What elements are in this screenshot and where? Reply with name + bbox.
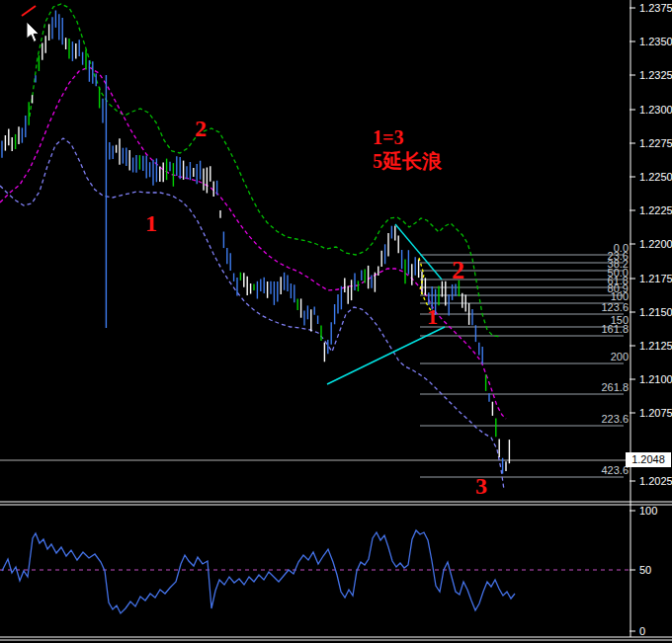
price-axis-label[interactable]: 1.2350: [639, 36, 672, 47]
chart-canvas[interactable]: 0.023.638.250.061.880.9100123.6150161.82…: [0, 0, 672, 643]
price-axis-label[interactable]: 1.2275: [639, 137, 672, 149]
wave-label-2-right: 2: [452, 258, 464, 283]
price-axis-label[interactable]: 1.2200: [639, 238, 672, 250]
red-trendline-mark[interactable]: [22, 6, 36, 16]
fib-level-label: 223.6: [601, 413, 629, 425]
wave-label-1-right: 1: [427, 306, 438, 328]
price-axis-label[interactable]: 1.2175: [639, 273, 672, 284]
note-wave5-extended: 5延长浪: [373, 151, 442, 171]
price-bars: [2, 11, 509, 474]
wave-label-2-left: 2: [195, 117, 207, 140]
current-price-value: 1.2048: [631, 453, 665, 465]
price-axis-label[interactable]: 1.2100: [639, 373, 672, 385]
price-axis-label[interactable]: 1.2250: [639, 171, 672, 183]
price-axis-label[interactable]: 1.2375: [639, 2, 672, 14]
indicator-axis-label[interactable]: 100: [639, 505, 657, 517]
price-axis-label[interactable]: 1.2150: [639, 306, 672, 318]
price-axis-label[interactable]: 1.2075: [639, 407, 672, 419]
indicator-axis-label[interactable]: 0: [639, 625, 645, 637]
fib-level-label: 161.8: [601, 323, 629, 335]
bollinger-middle-band: [0, 67, 506, 419]
trading-chart-window: 0.023.638.250.061.880.9100123.6150161.82…: [0, 0, 672, 643]
fib-level-label: 200: [611, 351, 629, 362]
fib-level-label: 261.8: [601, 381, 629, 393]
wave-label-1-left: 1: [145, 211, 157, 235]
mouse-cursor: [27, 22, 42, 45]
price-axis-label[interactable]: 1.2225: [639, 204, 672, 216]
price-axis-label[interactable]: 1.2325: [639, 69, 672, 81]
current-price-tag: 1.2048: [626, 452, 671, 467]
wave-label-3: 3: [475, 474, 487, 498]
fib-level-label: 423.6: [601, 464, 629, 476]
price-axis-label[interactable]: 1.2300: [639, 104, 672, 116]
fib-level-label: 123.6: [601, 301, 629, 313]
rsi-indicator-line: [2, 530, 515, 613]
triangle-trendline[interactable]: [327, 327, 445, 384]
note-1-equals-3: 1=3: [373, 127, 403, 147]
price-axis-label[interactable]: 1.2025: [639, 475, 672, 487]
indicator-axis-label[interactable]: 50: [639, 564, 651, 576]
price-axis-label[interactable]: 1.2125: [639, 340, 672, 352]
